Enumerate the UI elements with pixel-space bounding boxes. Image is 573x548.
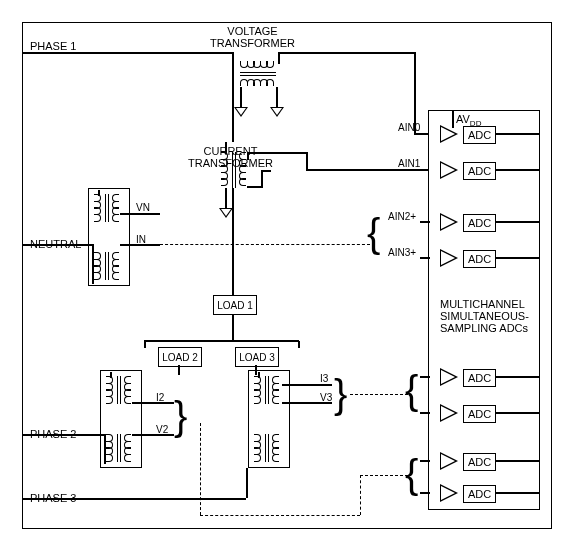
brace-icon: } bbox=[334, 374, 347, 414]
adc-box: ADC bbox=[463, 405, 496, 423]
ain3p-label: AIN3+ bbox=[388, 247, 416, 258]
voltage-transformer-label: VOLTAGE TRANSFORMER bbox=[210, 25, 295, 49]
neutral-transformer bbox=[90, 190, 134, 290]
gnd-icon bbox=[270, 107, 284, 117]
buffer-icon bbox=[440, 161, 458, 179]
phase2-line bbox=[22, 434, 104, 436]
in-label: IN bbox=[136, 234, 146, 245]
load2-box: LOAD 2 bbox=[158, 347, 202, 367]
phase2-transformer bbox=[102, 372, 146, 472]
diagram-root: PHASE 1 NEUTRAL PHASE 2 PHASE 3 VOLTAGE … bbox=[0, 0, 573, 548]
neutral-line bbox=[22, 244, 92, 246]
gnd-icon bbox=[234, 107, 248, 117]
ain2p-label: AIN2+ bbox=[388, 211, 416, 222]
adc-box: ADC bbox=[463, 162, 496, 180]
brace-icon: { bbox=[405, 370, 418, 410]
ain1-label: AIN1 bbox=[398, 158, 420, 169]
phase1-line bbox=[22, 52, 232, 54]
current-transformer bbox=[215, 142, 255, 202]
vn-label: VN bbox=[136, 202, 150, 213]
adc-box: ADC bbox=[463, 453, 496, 471]
ain0-label: AIN0 bbox=[398, 122, 420, 133]
adc-box: ADC bbox=[463, 485, 496, 503]
i2-label: I2 bbox=[156, 392, 164, 403]
load1-box: LOAD 1 bbox=[213, 295, 257, 315]
phase3-line bbox=[22, 498, 246, 500]
buffer-icon bbox=[440, 452, 458, 470]
adc-title: MULTICHANNEL SIMULTANEOUS- SAMPLING ADCs bbox=[440, 298, 529, 334]
brace-icon: { bbox=[405, 454, 418, 494]
phase3-transformer bbox=[250, 372, 294, 472]
adc-box: ADC bbox=[463, 250, 496, 268]
brace-icon: } bbox=[174, 396, 187, 436]
adc-box: ADC bbox=[463, 369, 496, 387]
v3-label: V3 bbox=[320, 392, 332, 403]
i3-label: I3 bbox=[320, 373, 328, 384]
phase1-label: PHASE 1 bbox=[30, 40, 76, 52]
buffer-icon bbox=[440, 484, 458, 502]
gnd-icon bbox=[219, 208, 233, 218]
v2-label: V2 bbox=[156, 424, 168, 435]
buffer-icon bbox=[440, 368, 458, 386]
buffer-icon bbox=[440, 125, 458, 143]
adc-box: ADC bbox=[463, 126, 496, 144]
buffer-icon bbox=[440, 404, 458, 422]
buffer-icon bbox=[440, 249, 458, 267]
adc-box: ADC bbox=[463, 214, 496, 232]
load2-text: LOAD 2 bbox=[162, 352, 198, 363]
load1-text: LOAD 1 bbox=[217, 300, 253, 311]
load3-text: LOAD 3 bbox=[239, 352, 275, 363]
load3-box: LOAD 3 bbox=[235, 347, 279, 367]
buffer-icon bbox=[440, 213, 458, 231]
brace-icon: { bbox=[367, 213, 380, 253]
